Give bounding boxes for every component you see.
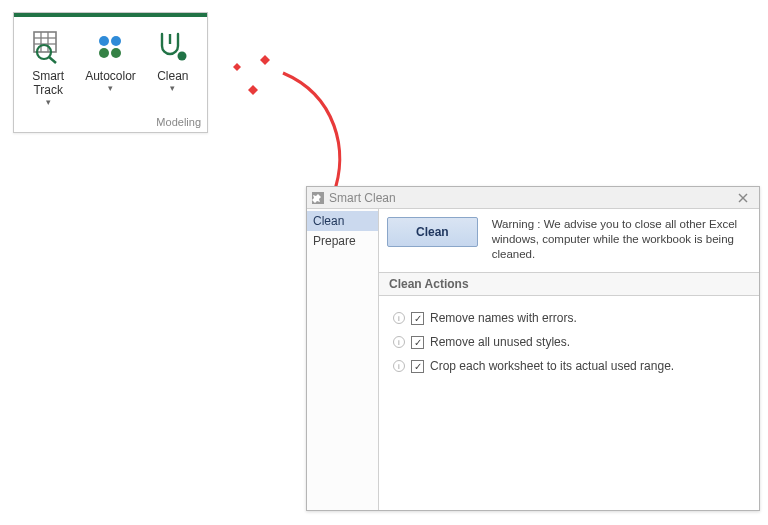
ribbon-button-clean[interactable]: Clean ▾ bbox=[143, 25, 203, 111]
warning-text: Warning : We advise you to close all oth… bbox=[492, 217, 751, 262]
checkbox[interactable]: ✓ bbox=[411, 312, 424, 325]
dialog-title: Smart Clean bbox=[329, 191, 396, 205]
info-icon[interactable]: i bbox=[393, 336, 405, 348]
dialog-sidebar: Clean Prepare bbox=[307, 209, 379, 510]
svg-line-6 bbox=[49, 57, 56, 63]
svg-point-7 bbox=[99, 36, 109, 46]
ribbon-button-autocolor[interactable]: Autocolor ▾ bbox=[80, 25, 140, 111]
svg-point-10 bbox=[111, 48, 121, 58]
smart-track-icon bbox=[31, 29, 65, 65]
svg-point-12 bbox=[177, 52, 186, 61]
clean-button[interactable]: Clean bbox=[387, 217, 478, 247]
chevron-down-icon: ▾ bbox=[46, 97, 51, 107]
autocolor-icon bbox=[95, 29, 125, 65]
ribbon-group: Smart Track ▾ Autocolor ▾ bbox=[13, 12, 208, 133]
ribbon-button-smart-track[interactable]: Smart Track ▾ bbox=[18, 25, 78, 111]
svg-point-9 bbox=[99, 48, 109, 58]
titlebar: Smart Clean bbox=[307, 187, 759, 209]
info-icon[interactable]: i bbox=[393, 360, 405, 372]
ribbon-group-label: Modeling bbox=[14, 113, 207, 132]
chevron-down-icon: ▾ bbox=[170, 83, 175, 93]
action-row: i ✓ Remove all unused styles. bbox=[389, 330, 749, 354]
action-label: Remove names with errors. bbox=[430, 311, 577, 325]
sidebar-item-prepare[interactable]: Prepare bbox=[307, 231, 378, 251]
action-row: i ✓ Remove names with errors. bbox=[389, 306, 749, 330]
ribbon-label: Smart Track bbox=[32, 69, 64, 97]
info-icon[interactable]: i bbox=[393, 312, 405, 324]
checkbox[interactable]: ✓ bbox=[411, 336, 424, 349]
checkbox[interactable]: ✓ bbox=[411, 360, 424, 373]
action-label: Crop each worksheet to its actual used r… bbox=[430, 359, 674, 373]
ribbon-label: Autocolor bbox=[85, 69, 136, 83]
clean-actions-list: i ✓ Remove names with errors. i ✓ Remove… bbox=[379, 296, 759, 388]
action-row: i ✓ Crop each worksheet to its actual us… bbox=[389, 354, 749, 378]
sidebar-item-clean[interactable]: Clean bbox=[307, 211, 378, 231]
ribbon-label: Clean bbox=[157, 69, 188, 83]
clean-icon bbox=[156, 29, 190, 65]
pin-icon[interactable] bbox=[311, 191, 325, 205]
svg-point-8 bbox=[111, 36, 121, 46]
close-icon bbox=[738, 193, 748, 203]
chevron-down-icon: ▾ bbox=[108, 83, 113, 93]
action-label: Remove all unused styles. bbox=[430, 335, 570, 349]
section-header-clean-actions: Clean Actions bbox=[379, 273, 759, 296]
smart-clean-dialog: Smart Clean Clean Prepare Clean Warning … bbox=[306, 186, 760, 511]
close-button[interactable] bbox=[731, 188, 755, 208]
